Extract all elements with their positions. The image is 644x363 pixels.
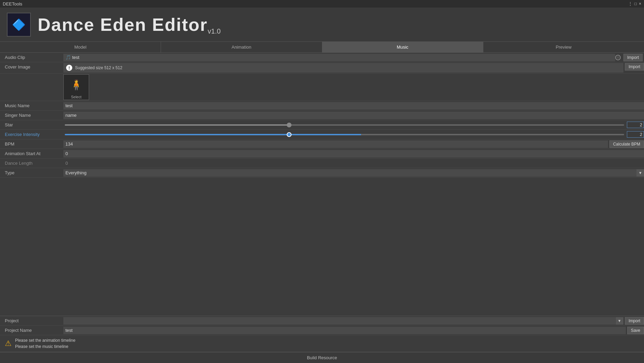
warning-row: ⚠ Please set the animation timeline Plea… <box>0 335 644 352</box>
music-icon: 🎵 <box>65 55 71 60</box>
bpm-label: BPM <box>0 141 63 147</box>
build-resource-button[interactable]: Build Resource <box>0 352 644 363</box>
star-label: Star <box>0 122 63 127</box>
app-title-text: Dance Eden Editor <box>38 14 208 35</box>
cover-image-label: Cover Image <box>0 63 63 70</box>
star-slider[interactable] <box>65 124 624 126</box>
build-label: Build Resource <box>307 355 337 360</box>
star-row: Star 2 <box>0 120 644 130</box>
music-name-label: Music Name <box>0 103 63 108</box>
audio-clock-icon: ⊙ <box>615 55 621 60</box>
project-import-button[interactable]: Import <box>625 317 644 325</box>
menu-icon[interactable]: ⋮ <box>628 1 632 6</box>
cover-image-row: Cover Image ! Suggested size 512 x 512 I… <box>0 62 644 74</box>
exercise-value-input[interactable]: 2 <box>627 131 644 138</box>
warning-icon: ⚠ <box>5 339 12 348</box>
singer-name-input[interactable] <box>63 112 644 119</box>
project-name-row: Project Name Save <box>0 326 644 335</box>
project-name-input[interactable] <box>63 327 626 334</box>
image-select-area: 🧍 Select <box>0 74 644 101</box>
music-name-row: Music Name <box>0 101 644 111</box>
titlebar: DEETools ⋮ □ × <box>0 0 644 8</box>
audio-controls: ⊙ Import <box>615 54 644 61</box>
singer-name-label: Singer Name <box>0 113 63 118</box>
project-name-label: Project Name <box>0 328 63 333</box>
star-slider-container <box>63 124 626 126</box>
main-content: Audio Clip 🎵 test ⊙ Import Cover Image !… <box>0 53 644 178</box>
music-name-input[interactable] <box>63 102 644 110</box>
cover-image-content: ! Suggested size 512 x 512 Import <box>63 63 644 73</box>
warning-text: Please set the animation timeline Please… <box>15 337 75 350</box>
tab-model[interactable]: Model <box>0 42 161 52</box>
animation-start-input[interactable] <box>63 150 644 158</box>
hint-icon: ! <box>66 65 72 71</box>
type-row: Type Everything Hip Hop Ballad Pop Elect… <box>0 168 644 178</box>
dance-length-input <box>63 160 644 167</box>
cover-import-button[interactable]: Import <box>625 63 644 71</box>
tab-preview[interactable]: Preview <box>483 42 644 52</box>
project-section: Project ▾ Import Project Name Save ⚠ Ple… <box>0 316 644 363</box>
audio-clip-value: 🎵 test <box>63 54 615 61</box>
project-select-wrapper: ▾ <box>63 317 623 325</box>
exercise-intensity-slider[interactable] <box>65 134 624 135</box>
app-version: v1.0 <box>208 27 221 35</box>
cover-hint-bar: ! Suggested size 512 x 512 <box>63 63 623 73</box>
tab-bar: Model Animation Music Preview <box>0 42 644 53</box>
calculate-bpm-button[interactable]: Calculate BPM <box>609 140 644 148</box>
type-select-wrapper: Everything Hip Hop Ballad Pop Electronic… <box>63 169 644 177</box>
cover-image-thumb[interactable]: 🧍 Select <box>63 74 89 100</box>
save-button[interactable]: Save <box>627 327 644 334</box>
tab-animation[interactable]: Animation <box>161 42 322 52</box>
project-row: Project ▾ Import <box>0 316 644 326</box>
audio-import-button[interactable]: Import <box>623 54 643 61</box>
close-icon[interactable]: × <box>639 1 641 6</box>
bpm-input[interactable] <box>63 140 608 148</box>
warning-line1: Please set the animation timeline <box>15 337 75 343</box>
singer-name-row: Singer Name <box>0 111 644 120</box>
exercise-intensity-label: Exercise Intensity <box>0 132 63 137</box>
exercise-slider-container <box>63 134 626 135</box>
audio-clip-label: Audio Clip <box>0 55 63 60</box>
header: 🔷 Dance Eden Editor v1.0 <box>0 8 644 42</box>
thumb-placeholder: 🧍 <box>70 79 83 91</box>
tab-music[interactable]: Music <box>322 42 483 52</box>
animation-start-row: Animation Start At <box>0 149 644 159</box>
hint-text: Suggested size 512 x 512 <box>75 65 122 70</box>
project-select[interactable] <box>63 317 623 325</box>
warning-line2: Please set the music timeline <box>15 343 75 350</box>
app-logo: 🔷 <box>7 13 31 37</box>
project-label: Project <box>0 318 63 323</box>
type-label: Type <box>0 170 63 175</box>
audio-clip-row: Audio Clip 🎵 test ⊙ Import <box>0 53 644 62</box>
star-value-input[interactable]: 2 <box>627 122 644 128</box>
window-controls[interactable]: ⋮ □ × <box>628 1 641 6</box>
app-title: DEETools <box>3 1 22 7</box>
dance-length-label: Dance Length <box>0 161 63 166</box>
bpm-row: BPM Calculate BPM <box>0 139 644 149</box>
exercise-intensity-row: Exercise Intensity 2 <box>0 130 644 139</box>
animation-start-label: Animation Start At <box>0 151 63 156</box>
bottom-section: Project ▾ Import Project Name Save ⚠ Ple… <box>0 316 644 363</box>
dance-length-row: Dance Length <box>0 159 644 168</box>
maximize-icon[interactable]: □ <box>634 1 637 6</box>
type-select[interactable]: Everything Hip Hop Ballad Pop Electronic <box>63 169 644 177</box>
select-label: Select <box>64 95 89 99</box>
